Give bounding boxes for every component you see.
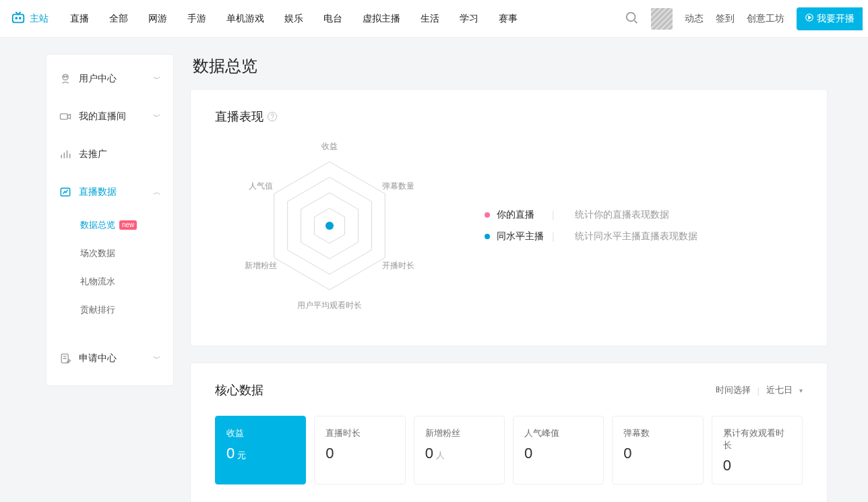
svg-point-1 — [16, 18, 17, 19]
chart-icon — [59, 148, 72, 161]
metric-label: 直播时长 — [326, 427, 394, 439]
legend-desc: 统计你的直播表现数据 — [575, 209, 669, 221]
help-icon[interactable]: ? — [268, 112, 277, 121]
metric-value: 0 — [723, 457, 791, 474]
sidebar-item-3-3[interactable]: 贡献排行 — [80, 296, 173, 324]
legend-desc: 统计同水平主播直播表现数据 — [575, 230, 698, 243]
sidebar-item-3-0[interactable]: 数据总览new — [80, 211, 173, 239]
chevron-down-icon: ﹀ — [153, 111, 161, 123]
metric-label: 弹幕数 — [623, 427, 691, 439]
chevron-down-icon: ▾ — [799, 387, 803, 394]
radar-axis-label-4: 新增粉丝 — [245, 260, 277, 272]
sidebar-group-0[interactable]: 用户中心﹀ — [46, 60, 173, 98]
chevron-up-icon: ︿ — [153, 187, 161, 198]
nav-link-1[interactable]: 全部 — [105, 10, 132, 28]
radar-axis-label-3: 用户平均观看时长 — [297, 300, 362, 311]
brand[interactable]: 主站 — [5, 10, 54, 27]
radar-card: 直播表现 ? 收益弹幕数量开播时长用户平均观看时长新增粉丝人气值 你的直播|统计… — [190, 89, 828, 346]
svg-point-7 — [66, 76, 67, 77]
radar-legend: 你的直播|统计你的直播表现数据同水平主播|统计同水平主播直播表现数据 — [485, 199, 698, 252]
camera-icon — [59, 110, 72, 123]
user-center-icon — [59, 72, 72, 86]
metric-value: 0人 — [425, 445, 493, 462]
sidebar-group-1[interactable]: 我的直播间﹀ — [46, 98, 173, 135]
metric-label: 人气峰值 — [524, 427, 592, 439]
sidebar: 用户中心﹀我的直播间﹀去推广直播数据︿数据总览new场次数据礼物流水贡献排行申请… — [46, 54, 174, 386]
metric-label: 累计有效观看时长 — [723, 427, 791, 451]
data-icon — [59, 185, 72, 199]
metric-5[interactable]: 累计有效观看时长0 — [712, 416, 803, 484]
sidebar-item-3-1[interactable]: 场次数据 — [80, 239, 173, 268]
metric-3[interactable]: 人气峰值0 — [513, 416, 604, 484]
sidebar-item-label: 场次数据 — [80, 247, 115, 259]
chevron-down-icon: ﹀ — [153, 73, 161, 85]
apply-icon — [59, 352, 72, 365]
play-icon — [805, 13, 814, 24]
sidebar-item-3-2[interactable]: 礼物流水 — [80, 268, 173, 296]
radar-axis-label-0: 收益 — [321, 141, 338, 152]
time-label: 时间选择 — [716, 384, 751, 396]
svg-point-3 — [627, 12, 636, 21]
nav-link-7[interactable]: 虚拟主播 — [359, 10, 404, 28]
sidebar-group-3[interactable]: 直播数据︿ — [46, 173, 173, 211]
metric-4[interactable]: 弹幕数0 — [612, 416, 703, 484]
metric-0[interactable]: 收益0元 — [215, 416, 306, 484]
radar-axis-label-1: 弹幕数量 — [382, 181, 414, 192]
metric-2[interactable]: 新增粉丝0人 — [414, 416, 505, 484]
nav-action-group: 动态签到创意工坊 — [685, 13, 784, 25]
sidebar-item-label: 礼物流水 — [80, 276, 115, 288]
legend-row-1: 同水平主播|统计同水平主播直播表现数据 — [485, 230, 698, 243]
nav-action-2[interactable]: 创意工坊 — [747, 13, 784, 25]
core-card: 核心数据 时间选择 | 近七日 ▾ 收益0元直播时长0新增粉丝0人人气峰值0弹幕… — [190, 363, 828, 502]
metric-value: 0 — [623, 445, 691, 462]
legend-dot-icon — [485, 212, 490, 218]
svg-rect-0 — [13, 14, 24, 22]
core-title: 核心数据 — [215, 382, 264, 398]
metric-label: 新增粉丝 — [425, 427, 493, 439]
legend-dot-icon — [485, 234, 490, 239]
avatar[interactable] — [651, 8, 673, 30]
metric-1[interactable]: 直播时长0 — [314, 416, 405, 484]
sidebar-group-label: 申请中心 — [79, 352, 117, 365]
sidebar-group-label: 直播数据 — [79, 186, 117, 198]
nav-link-10[interactable]: 赛事 — [495, 10, 522, 28]
nav-link-2[interactable]: 网游 — [144, 10, 171, 28]
legend-name: 同水平主播 — [497, 230, 545, 243]
nav-action-1[interactable]: 签到 — [716, 13, 735, 25]
sidebar-group-label: 去推广 — [79, 148, 107, 160]
brand-label: 主站 — [30, 13, 49, 25]
legend-row-0: 你的直播|统计你的直播表现数据 — [485, 209, 698, 221]
nav-link-5[interactable]: 娱乐 — [280, 10, 307, 28]
topnav: 主站 直播全部网游手游单机游戏娱乐电台虚拟主播生活学习赛事 动态签到创意工坊 我… — [0, 0, 868, 38]
nav-link-0[interactable]: 直播 — [66, 10, 93, 28]
metric-grid: 收益0元直播时长0新增粉丝0人人气峰值0弹幕数0累计有效观看时长0 — [215, 416, 803, 484]
sidebar-item-label: 数据总览 — [80, 219, 115, 231]
metric-value: 0元 — [226, 445, 294, 462]
metric-label: 收益 — [226, 427, 294, 439]
nav-link-9[interactable]: 学习 — [456, 10, 483, 28]
sidebar-group-4[interactable]: 申请中心﹀ — [46, 340, 173, 377]
nav-action-0[interactable]: 动态 — [685, 13, 704, 25]
time-value: 近七日 — [766, 384, 793, 396]
legend-name: 你的直播 — [497, 209, 545, 221]
svg-rect-8 — [61, 114, 68, 119]
nav-links: 直播全部网游手游单机游戏娱乐电台虚拟主播生活学习赛事 — [66, 10, 522, 28]
metric-value: 0 — [524, 445, 592, 462]
nav-link-8[interactable]: 生活 — [416, 10, 443, 28]
nav-link-4[interactable]: 单机游戏 — [222, 10, 268, 28]
sidebar-group-2[interactable]: 去推广 — [46, 135, 173, 173]
nav-link-3[interactable]: 手游 — [183, 10, 210, 28]
nav-right: 动态签到创意工坊 我要开播 — [624, 7, 863, 30]
tv-logo-icon — [11, 10, 26, 27]
svg-point-6 — [64, 76, 65, 77]
search-icon[interactable] — [624, 10, 639, 28]
badge-new: new — [119, 220, 137, 230]
radar-title-row: 直播表现 ? — [215, 108, 803, 125]
time-select[interactable]: 时间选择 | 近七日 ▾ — [716, 384, 803, 396]
main: 数据总览 直播表现 ? 收益弹幕数量开播时长用户平均观看时长新增粉丝人气值 你的… — [190, 54, 828, 502]
nav-link-6[interactable]: 电台 — [319, 10, 346, 28]
start-broadcast-button[interactable]: 我要开播 — [797, 7, 863, 30]
svg-point-2 — [20, 18, 21, 19]
metric-value: 0 — [326, 445, 394, 462]
svg-point-15 — [326, 222, 334, 230]
